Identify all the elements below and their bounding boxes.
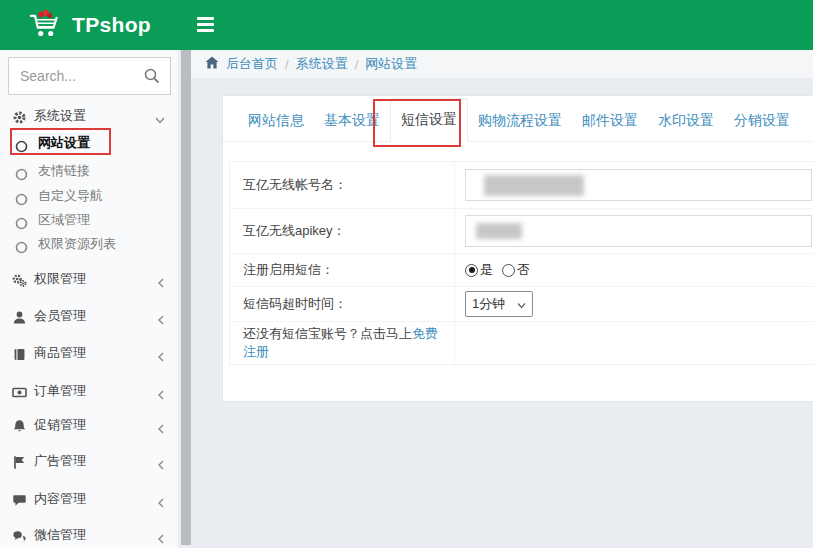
- home-icon: [205, 56, 219, 72]
- chevron-left-icon: [156, 454, 166, 479]
- bell-icon: [12, 417, 27, 432]
- settings-tabs: 网站信息 基本设置 短信设置 购物流程设置 邮件设置 水印设置 分销设置: [223, 96, 813, 142]
- breadcrumb-home-link[interactable]: 后台首页: [226, 55, 278, 73]
- redacted-value: [476, 223, 522, 239]
- sidebar-item-label: 内容管理: [34, 486, 86, 511]
- sidebar-item-label: 网站设置: [38, 130, 90, 155]
- account-name-input[interactable]: [465, 169, 812, 201]
- main-content: 后台首页 / 系统设置 / 网站设置 网站信息 基本设置 短信设置 购物流程设置…: [191, 50, 813, 548]
- breadcrumb-level1-link[interactable]: 系统设置: [296, 55, 348, 73]
- sidebar-item-content-management[interactable]: 内容管理: [0, 486, 178, 511]
- cart-icon: [27, 8, 63, 43]
- sidebar-item-website-settings[interactable]: 网站设置: [0, 130, 178, 155]
- sidebar-item-order-management[interactable]: 订单管理: [0, 378, 178, 403]
- sidebar-scrollbar: [178, 50, 191, 545]
- field-label: 短信码超时时间：: [230, 287, 455, 321]
- radio-label: 否: [517, 261, 530, 279]
- enable-sms-radio-group: 是 否: [465, 261, 530, 279]
- sms-settings-form: 互亿无线帐号名： 互亿无线apikey：: [229, 161, 814, 365]
- radio-selected-icon: [465, 264, 478, 277]
- sidebar-item-label: 会员管理: [34, 303, 86, 328]
- top-navbar: TPshop: [0, 0, 813, 50]
- field-label: 注册启用短信：: [230, 254, 455, 286]
- sidebar-item-ad-management[interactable]: 广告管理: [0, 448, 178, 473]
- user-icon: [12, 308, 27, 323]
- sidebar-item-label: 微信管理: [34, 522, 86, 547]
- chevron-left-icon: [156, 346, 166, 371]
- circle-icon: [15, 213, 30, 228]
- redacted-value: [484, 175, 584, 196]
- sidebar-item-label: 广告管理: [34, 448, 86, 473]
- sidebar-item-product-management[interactable]: 商品管理: [0, 340, 178, 365]
- breadcrumb: 后台首页 / 系统设置 / 网站设置: [191, 50, 813, 78]
- form-row-sms-timeout: 短信码超时时间： 1分钟: [230, 287, 814, 322]
- sms-timeout-select[interactable]: 1分钟: [465, 291, 533, 317]
- wechat-icon: [12, 527, 27, 542]
- sidebar-item-system-settings[interactable]: 系统设置: [0, 103, 178, 128]
- comment-icon: [12, 491, 27, 506]
- circle-icon: [15, 189, 30, 204]
- apikey-input[interactable]: [465, 215, 812, 247]
- brand-name: TPshop: [72, 13, 151, 37]
- sidebar-item-custom-nav[interactable]: 自定义导航: [0, 183, 178, 208]
- book-icon: [12, 345, 27, 360]
- register-hint: 还没有短信宝账号？点击马上免费注册: [230, 322, 455, 364]
- circle-icon: [15, 164, 30, 179]
- sidebar-item-wechat-management[interactable]: 微信管理: [0, 522, 178, 547]
- sidebar-item-label: 促销管理: [34, 412, 86, 437]
- chevron-left-icon: [156, 528, 166, 553]
- chevron-left-icon: [156, 272, 166, 297]
- sidebar-item-promotion-management[interactable]: 促销管理: [0, 412, 178, 437]
- tab-watermark-settings[interactable]: 水印设置: [648, 101, 724, 141]
- sidebar-item-label: 友情链接: [38, 158, 90, 183]
- sidebar-item-label: 权限资源列表: [38, 231, 116, 256]
- sidebar-toggle-menu-icon[interactable]: [197, 15, 219, 35]
- gear-icon: [12, 108, 27, 123]
- brand-logo[interactable]: TPshop: [0, 0, 178, 50]
- breadcrumb-separator: /: [285, 57, 289, 72]
- money-icon: [12, 383, 27, 398]
- sidebar-item-label: 自定义导航: [38, 183, 103, 208]
- sidebar-item-permission-resources[interactable]: 权限资源列表: [0, 231, 178, 256]
- circle-icon: [15, 136, 30, 151]
- sidebar-item-label: 订单管理: [34, 378, 86, 403]
- chevron-down-icon: [517, 297, 526, 312]
- radio-option-no[interactable]: 否: [502, 261, 530, 279]
- breadcrumb-level2-link[interactable]: 网站设置: [365, 55, 417, 73]
- radio-label: 是: [480, 261, 493, 279]
- tab-website-info[interactable]: 网站信息: [238, 101, 314, 141]
- form-row-enable-sms: 注册启用短信： 是 否: [230, 254, 814, 287]
- chevron-left-icon: [156, 418, 166, 443]
- sidebar-item-label: 权限管理: [34, 266, 86, 291]
- sidebar-item-member-management[interactable]: 会员管理: [0, 303, 178, 328]
- sidebar-item-label: 系统设置: [34, 103, 86, 128]
- sidebar-search: [8, 57, 171, 95]
- tab-distribution-settings[interactable]: 分销设置: [724, 101, 800, 141]
- search-icon[interactable]: [143, 67, 161, 89]
- radio-unselected-icon: [502, 264, 515, 277]
- sidebar-item-permission-management[interactable]: 权限管理: [0, 266, 178, 291]
- breadcrumb-separator: /: [355, 57, 359, 72]
- hint-text: 还没有短信宝账号？点击马上: [243, 326, 412, 341]
- tab-shopping-flow-settings[interactable]: 购物流程设置: [468, 101, 572, 141]
- tab-mail-settings[interactable]: 邮件设置: [572, 101, 648, 141]
- chevron-left-icon: [156, 384, 166, 409]
- select-value: 1分钟: [472, 295, 505, 313]
- scrollbar-thumb[interactable]: [181, 50, 191, 545]
- tab-basic-settings[interactable]: 基本设置: [314, 101, 390, 141]
- form-row-apikey: 互亿无线apikey：: [230, 209, 814, 254]
- field-label: 互亿无线apikey：: [230, 209, 455, 253]
- form-row-register-hint: 还没有短信宝账号？点击马上免费注册: [230, 322, 814, 364]
- circle-icon: [15, 237, 30, 252]
- radio-option-yes[interactable]: 是: [465, 261, 493, 279]
- admin-app: TPshop 系统设置 网站设置 友情链接: [0, 0, 813, 548]
- sidebar: 系统设置 网站设置 友情链接 自定义导航 区域管理 权限资源列表: [0, 50, 178, 548]
- sidebar-item-region-management[interactable]: 区域管理: [0, 207, 178, 232]
- sidebar-item-friend-links[interactable]: 友情链接: [0, 158, 178, 183]
- flag-icon: [12, 453, 27, 468]
- settings-panel: 网站信息 基本设置 短信设置 购物流程设置 邮件设置 水印设置 分销设置 互亿无…: [222, 95, 813, 402]
- chevron-left-icon: [156, 492, 166, 517]
- tab-sms-settings[interactable]: 短信设置: [390, 98, 468, 142]
- sidebar-item-label: 区域管理: [38, 207, 90, 232]
- form-row-account-name: 互亿无线帐号名：: [230, 162, 814, 209]
